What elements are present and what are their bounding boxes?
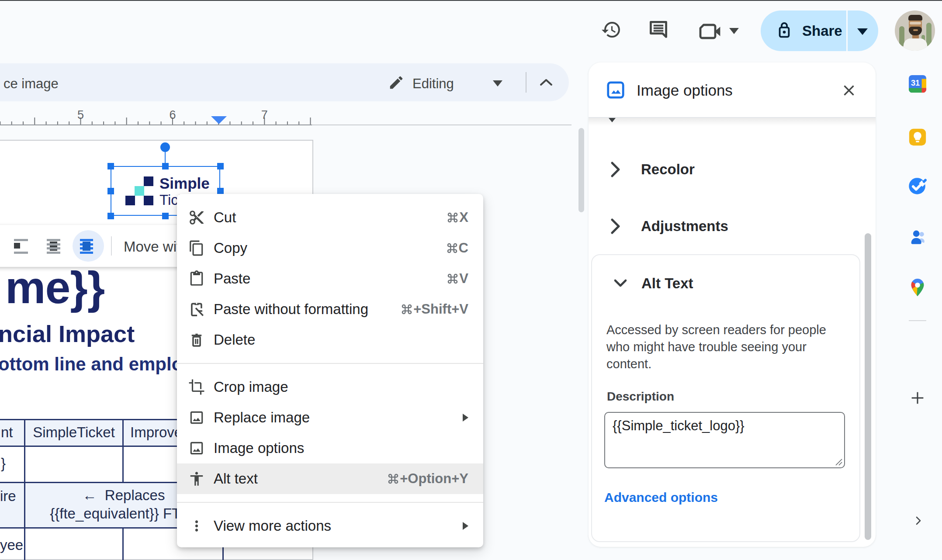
svg-text:31: 31 [911,79,920,87]
svg-text:5: 5 [77,108,84,121]
svg-text:7: 7 [261,108,268,121]
svg-text:6: 6 [169,108,176,121]
